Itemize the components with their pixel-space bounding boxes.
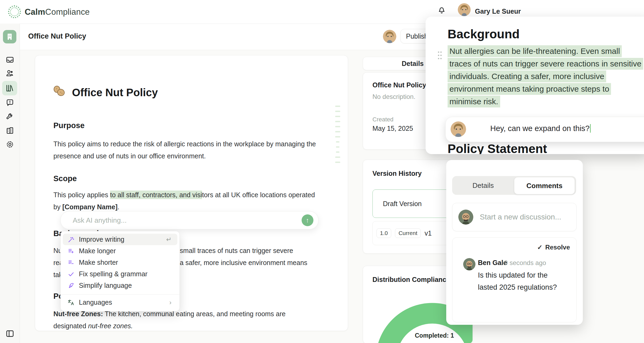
new-comment-bar[interactable]: Hey, can we expand on this?	[445, 117, 644, 142]
left-rail	[0, 24, 20, 343]
brand-name: CalmCompliance	[25, 7, 90, 17]
sidebar-item-tools[interactable]	[5, 111, 14, 121]
translate-icon	[68, 299, 75, 306]
calm-compliance-app: CalmCompliance Gary Le Sueur	[0, 0, 644, 343]
editor-avatar	[383, 30, 396, 43]
details-doc-title: Office Nut Policy	[372, 81, 426, 89]
purpose-paragraph[interactable]: This policy aims to reduce the risk of a…	[53, 138, 318, 162]
doc-title-row: Office Nut Policy	[53, 85, 318, 99]
new-discussion-placeholder: Start a new discussion...	[480, 213, 561, 221]
highlighted-line[interactable]: Nut allergies can be life-threatening. E…	[448, 47, 622, 56]
menu-item-improve-writing[interactable]: Improve writing ↵	[63, 234, 177, 245]
tab-details[interactable]: Details	[452, 176, 514, 195]
menu-divider	[61, 294, 180, 294]
minimap-dash	[336, 146, 339, 148]
new-discussion-card[interactable]: Start a new discussion...	[452, 203, 577, 231]
menu-item-languages[interactable]: Languages ›	[63, 297, 177, 308]
comment-text: Is this updated for the lasted 2025 regu…	[478, 269, 566, 293]
text-add-lines-icon	[68, 248, 75, 255]
minimap-dash	[335, 162, 340, 163]
document-title: Office Nut Policy	[28, 32, 86, 40]
purpose-heading[interactable]: Purpose	[53, 121, 318, 130]
ask-ai-bar[interactable]: Ask AI anything... ↑	[60, 211, 319, 229]
menu-item-simplify-language[interactable]: Simplify language	[63, 280, 177, 291]
minimap-dash	[335, 131, 340, 132]
arrow-up-icon: ↑	[306, 217, 309, 224]
sidebar-item-issues[interactable]	[5, 98, 14, 107]
minimap-dash	[335, 121, 340, 122]
comment-author: Ben Gale	[478, 259, 507, 267]
peanut-icon	[53, 87, 68, 98]
sidebar-item-people[interactable]	[5, 69, 14, 78]
ask-ai-placeholder: Ask AI anything...	[73, 216, 127, 225]
ai-send-button[interactable]: ↑	[302, 214, 313, 226]
highlighted-line[interactable]: environment means taking proactive steps…	[448, 84, 611, 94]
minimap-dash	[335, 156, 340, 158]
created-value: May 15, 2025	[372, 125, 413, 132]
version-name: v1	[425, 229, 431, 237]
minimap-dash	[336, 141, 339, 143]
wand-sparkles-icon	[68, 236, 75, 243]
background-callout-window: Background Nut allergies can be life-thr…	[426, 17, 644, 154]
drag-handle-icon[interactable]	[438, 51, 442, 62]
user-avatar[interactable]	[458, 3, 471, 16]
minimap-dash	[335, 106, 340, 107]
comment-input[interactable]: Hey, can we expand on this?	[490, 124, 591, 133]
text-highlight: to all staff, contractors, and visi	[110, 191, 202, 199]
org-building-icon[interactable]	[3, 30, 16, 43]
check-icon	[68, 271, 75, 278]
version-number-badge: 1.0	[376, 228, 391, 238]
minimap-dash	[335, 136, 340, 137]
menu-item-make-shorter[interactable]: Make shorter	[63, 257, 177, 268]
version-history-title: Version History	[372, 170, 422, 177]
comment-timestamp: 0 seconds ago	[504, 259, 546, 267]
highlighted-line[interactable]: minimise risk.	[448, 97, 500, 106]
minimap-dash	[335, 111, 340, 112]
comment-author-avatar	[463, 258, 475, 270]
donut-completed-label: Completed: 1	[415, 332, 454, 339]
resolve-button[interactable]: ✓ Resolve	[537, 244, 570, 251]
highlighted-line[interactable]: traces of nuts can trigger severe reacti…	[448, 59, 643, 68]
tab-comments-active[interactable]: Comments	[514, 177, 575, 194]
doc-title-text[interactable]: Office Nut Policy	[72, 87, 158, 98]
sidebar-item-library-active[interactable]	[2, 81, 17, 95]
text-caret	[590, 124, 591, 133]
sidebar-item-settings[interactable]	[5, 140, 14, 149]
check-icon: ✓	[537, 244, 543, 251]
scope-paragraph[interactable]: This policy applies to all staff, contra…	[53, 189, 318, 213]
ai-actions-menu: Improve writing ↵ Make longer Make short…	[60, 231, 180, 311]
overlay-policy-statement-heading: Policy Statement	[448, 141, 547, 154]
minimap-dash	[335, 116, 340, 117]
sidebar-item-inbox[interactable]	[5, 55, 14, 64]
scope-heading[interactable]: Scope	[53, 174, 318, 183]
current-user-avatar	[458, 210, 473, 225]
chevron-right-icon: ›	[169, 299, 171, 306]
feather-icon	[68, 282, 75, 289]
minimap-dash	[335, 126, 340, 127]
commenter-avatar	[451, 121, 466, 137]
text-remove-lines-icon	[68, 259, 75, 266]
comment-thread-card: ✓ Resolve Ben Gale 0 seconds ago Is this…	[452, 237, 577, 322]
overlay-background-heading: Background	[448, 27, 519, 41]
return-key-icon: ↵	[166, 236, 171, 243]
brand-logo-icon	[8, 5, 21, 18]
highlighted-line[interactable]: individuals. Creating a safer, more incl…	[448, 72, 606, 81]
panel-tabs: Details Comments	[452, 176, 576, 195]
current-badge: Current	[395, 228, 421, 238]
created-label: Created	[372, 116, 393, 123]
notifications-bell-icon[interactable]	[437, 5, 447, 14]
sidebar-item-organisations[interactable]	[5, 126, 14, 135]
minimap-dash	[336, 151, 339, 153]
nut-free-zones-paragraph[interactable]: Nut-free Zones: The kitchen, communal ea…	[53, 308, 318, 332]
menu-item-make-longer[interactable]: Make longer	[63, 245, 177, 257]
menu-item-fix-spelling[interactable]: Fix spelling & grammar	[63, 268, 177, 280]
user-name[interactable]: Gary Le Sueur	[475, 8, 521, 15]
collapse-sidebar-icon[interactable]	[5, 329, 14, 338]
details-description: No description.	[372, 93, 415, 100]
comments-panel: Details Comments Start a new discussion.…	[446, 160, 583, 325]
